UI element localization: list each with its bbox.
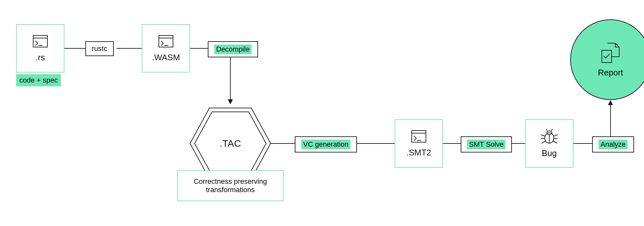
bug-icon — [540, 129, 558, 145]
node-smt2: .SMT2 — [395, 119, 443, 168]
node-rustc: rustc — [85, 41, 114, 56]
bug-label: Bug — [542, 148, 557, 158]
svg-line-23 — [546, 129, 547, 131]
smt2-ext-label: .SMT2 — [407, 148, 431, 158]
node-report: Report — [570, 19, 644, 100]
report-icon — [599, 42, 622, 64]
svg-line-26 — [554, 135, 558, 136]
terminal-icon — [32, 34, 48, 48]
node-smtsolve: SMT Solve — [461, 136, 512, 152]
terminal-icon — [411, 130, 427, 143]
node-analyze: Analyze — [592, 136, 634, 152]
tac-note-label: Correctness preserving transformations — [194, 177, 267, 194]
report-label: Report — [598, 68, 623, 78]
rs-ext-label: .rs — [36, 53, 45, 63]
node-vcgen: VC generation — [295, 136, 357, 152]
vcgen-label: VC generation — [301, 140, 351, 149]
svg-rect-32 — [602, 50, 611, 63]
svg-line-25 — [541, 135, 545, 136]
node-rs: .rs — [16, 24, 64, 73]
rustc-label: rustc — [92, 44, 107, 53]
node-wasm: .WASM — [142, 24, 190, 73]
node-decompile: Decompile — [208, 41, 258, 57]
smtsolve-label: SMT Solve — [467, 140, 505, 149]
node-bug: Bug — [525, 119, 573, 168]
wasm-ext-label: .WASM — [152, 53, 180, 63]
svg-line-24 — [551, 129, 553, 131]
rs-note-badge: code + spec — [16, 74, 61, 86]
svg-line-29 — [542, 141, 545, 143]
analyze-label: Analyze — [599, 140, 628, 149]
tac-note-box: Correctness preserving transformations — [177, 170, 284, 201]
tac-label: .TAC — [220, 138, 241, 149]
decompile-label: Decompile — [214, 44, 252, 54]
terminal-icon — [158, 34, 174, 48]
svg-line-30 — [553, 141, 557, 143]
